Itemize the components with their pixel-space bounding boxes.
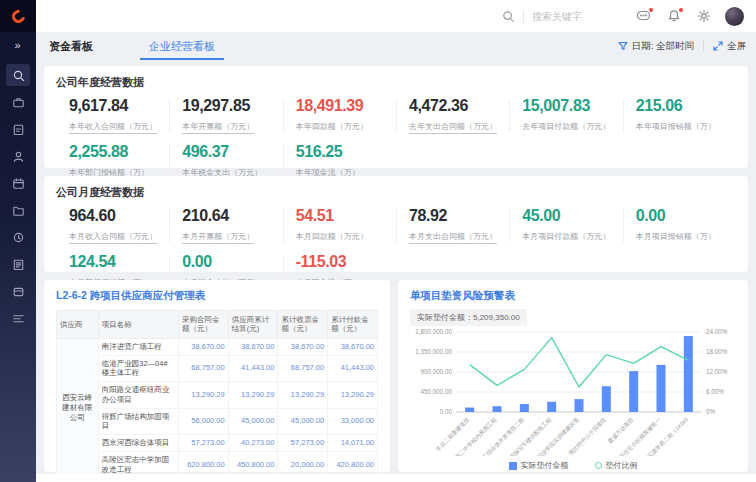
sidebar-item-report-icon[interactable] xyxy=(6,253,30,275)
sidebar-nav xyxy=(0,64,36,329)
stat-value: 496.37 xyxy=(182,143,278,161)
supplier-table-title: L2-6-2 跨项目供应商应付管理表 xyxy=(56,289,378,303)
svg-text:18.00%: 18.00% xyxy=(706,348,728,355)
amount-cell: 45,000.00 xyxy=(278,408,328,435)
table-row: 得辉广场结构加固项目56,000.0045,000.0045,000.0033,… xyxy=(57,408,378,435)
annual-card-title: 公司年度经营数据 xyxy=(56,75,736,90)
stat-label: 本年收入合同额（万元） xyxy=(69,121,157,134)
table-header-cell: 供应商累计结算(元) xyxy=(228,311,278,339)
tab-enterprise-dashboard[interactable]: 企业经营看板 xyxy=(149,32,215,60)
bar xyxy=(684,336,693,412)
message-icon[interactable] xyxy=(635,8,652,25)
annual-stats-grid: 9,617.84本年收入合同额（万元）19,297.85本年开票额（万元）18,… xyxy=(56,96,736,181)
stat-label: 本月开票额（万元） xyxy=(182,231,254,244)
stat-value: 4,472.36 xyxy=(409,97,505,115)
stat-value: 0.00 xyxy=(636,207,732,225)
filter-icon xyxy=(618,41,628,51)
stat-value: 18,491.39 xyxy=(296,97,392,115)
user-avatar[interactable] xyxy=(725,7,744,26)
sidebar-item-gauge-icon[interactable] xyxy=(6,226,30,248)
bar xyxy=(602,386,611,412)
sidebar-item-search-icon[interactable] xyxy=(6,64,30,86)
amount-cell: 38,670.00 xyxy=(228,338,278,355)
sidebar-item-calendar-icon[interactable] xyxy=(6,172,30,194)
amount-cell: 13,290.29 xyxy=(228,382,278,409)
toolbar: 日期: 全部时间 全屏 xyxy=(618,40,746,53)
amount-cell: 57,273.00 xyxy=(278,435,328,452)
sidebar-item-briefcase-icon[interactable] xyxy=(6,91,30,113)
risk-chart-card: 单项目垫资风险预警表 实际垫付金额：5,209,350.00 0.000%450… xyxy=(398,280,748,472)
search-icon xyxy=(12,69,25,82)
legend-label: 实际垫付金额 xyxy=(521,460,569,471)
amount-cell: 14,071.00 xyxy=(328,435,378,452)
logo-c-icon xyxy=(9,7,27,25)
stat-cell: 19,297.85本年开票额（万元） xyxy=(169,96,282,135)
amount-cell: 40,273.00 xyxy=(228,435,278,452)
amount-cell: 41,443.00 xyxy=(228,355,278,382)
table-header-cell: 供应商 xyxy=(57,311,99,339)
svg-text:1,350,000.00: 1,350,000.00 xyxy=(415,348,452,355)
amount-cell: 33,000.00 xyxy=(328,408,378,435)
stat-cell: 0.00本月项目报销额（万） xyxy=(623,206,736,245)
stat-cell: 45.00本月项目付款额（万元） xyxy=(509,206,622,245)
project-name-cell: 南洋进贤广场工程 xyxy=(98,338,178,355)
stat-value: 45.00 xyxy=(522,207,618,225)
stat-cell: 4,472.36去年支出合同额（万元） xyxy=(396,96,509,135)
stat-cell: 210.64本月开票额（万元） xyxy=(169,206,282,245)
sidebar-item-folder-icon[interactable] xyxy=(6,199,30,221)
bell-icon[interactable] xyxy=(665,8,682,25)
bar xyxy=(575,399,584,412)
fullscreen-button[interactable]: 全屏 xyxy=(713,40,746,53)
legend-item-line[interactable]: 垫付比例 xyxy=(595,460,638,471)
table-header-cell: 累计收票金额（元） xyxy=(278,311,328,339)
sidebar-item-org-list-icon[interactable] xyxy=(6,307,30,329)
report-icon xyxy=(12,258,25,271)
tab-capital-dashboard[interactable]: 资金看板 xyxy=(49,32,93,60)
sidebar-item-user-icon[interactable] xyxy=(6,145,30,167)
svg-text:12.00%: 12.00% xyxy=(706,368,728,375)
bar xyxy=(465,408,474,412)
monthly-card-title: 公司月度经营数据 xyxy=(56,185,736,200)
sidebar-collapse-button[interactable]: » xyxy=(0,32,36,58)
table-row: 向阳路交通枢纽商业办公项目13,290.2913,290.2913,290.29… xyxy=(57,382,378,409)
stat-label: 去年项目付款额（万元） xyxy=(522,121,610,132)
gear-icon[interactable] xyxy=(695,8,712,25)
svg-text:0.00: 0.00 xyxy=(440,408,453,415)
trend-line xyxy=(470,338,689,387)
stat-value: 78.92 xyxy=(409,207,505,225)
svg-text:0%: 0% xyxy=(706,408,716,415)
table-row: 西安云峰建材有限公司南洋进贤广场工程38,670.0038,670.0038,6… xyxy=(57,338,378,355)
amount-cell: 45,000.00 xyxy=(228,408,278,435)
table-row: 西京河西综合体项目57,273.0040,273.0057,273.0014,0… xyxy=(57,435,378,452)
fullscreen-icon xyxy=(713,41,723,51)
annual-stats-card: 公司年度经营数据 9,617.84本年收入合同额（万元）19,297.85本年开… xyxy=(44,66,748,168)
legend-item-bar[interactable]: 实际垫付金额 xyxy=(509,460,569,471)
stat-value: -115.03 xyxy=(296,253,392,271)
sidebar-item-clipboard-icon[interactable] xyxy=(6,118,30,140)
table-header-cell: 累计付款金额（元） xyxy=(328,311,378,339)
calendar-icon xyxy=(12,177,25,190)
org-list-icon xyxy=(12,312,25,325)
stat-value: 210.64 xyxy=(182,207,278,225)
supplier-cell: 西安云峰建材有限公司 xyxy=(57,338,99,478)
stat-cell: 215.06本年项目报销额（万） xyxy=(623,96,736,135)
table-header-cell: 项目名称 xyxy=(98,311,178,339)
footer-strip xyxy=(36,474,756,482)
date-filter-button[interactable]: 日期: 全部时间 xyxy=(618,40,694,53)
amount-cell: 13,290.29 xyxy=(278,382,328,409)
legend-label: 垫付比例 xyxy=(606,460,638,471)
amount-cell: 13,290.29 xyxy=(178,382,228,409)
stat-cell: 54.51本月回款额（万元） xyxy=(283,206,396,245)
sidebar-item-package-icon[interactable] xyxy=(6,280,30,302)
stat-label: 本月支出合同额（万元） xyxy=(409,231,497,244)
stat-value: 2,255.88 xyxy=(69,143,165,161)
stat-label: 本月项目报销额（万） xyxy=(636,231,716,242)
bar xyxy=(657,365,666,412)
amount-cell: 13,290.29 xyxy=(328,382,378,409)
svg-text:6.00%: 6.00% xyxy=(706,388,724,395)
search-icon[interactable] xyxy=(502,10,515,23)
search-divider xyxy=(523,10,524,23)
stat-label: 本月回款额（万元） xyxy=(296,231,368,242)
stat-value: 19,297.85 xyxy=(182,97,278,115)
search-input[interactable] xyxy=(532,11,608,22)
